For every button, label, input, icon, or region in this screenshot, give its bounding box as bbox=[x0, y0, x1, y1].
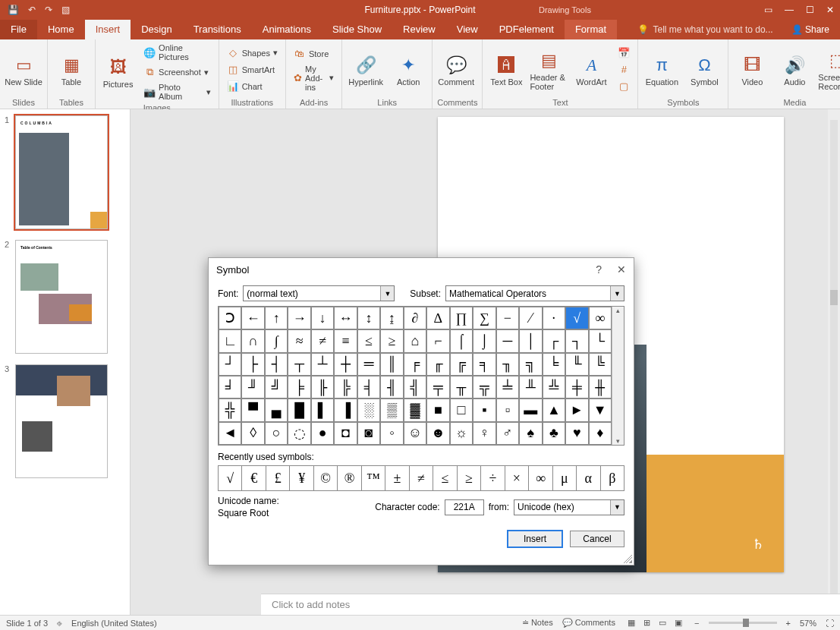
tab-pdfelement[interactable]: PDFelement bbox=[489, 20, 565, 39]
photo-album-button[interactable]: 📷Photo Album ▾ bbox=[140, 82, 214, 102]
symbol-cell[interactable]: ↑ bbox=[265, 307, 288, 329]
comments-toggle[interactable]: 💬 Comments bbox=[562, 618, 615, 628]
symbol-cell[interactable]: ◄ bbox=[219, 422, 241, 445]
symbol-cell[interactable]: ▄ bbox=[265, 398, 288, 421]
recent-symbol-cell[interactable]: ® bbox=[338, 466, 361, 490]
symbol-cell[interactable]: ╗ bbox=[519, 353, 542, 376]
date-time-button[interactable]: 📅 bbox=[615, 46, 633, 60]
recent-symbol-cell[interactable]: μ bbox=[553, 466, 577, 490]
screen-recording-button[interactable]: ⬚Screen Recording bbox=[818, 43, 840, 96]
symbol-cell[interactable]: − bbox=[496, 307, 519, 329]
tell-me-search[interactable]: 💡Tell me what you want to do... bbox=[637, 24, 781, 35]
tab-format[interactable]: Format bbox=[565, 20, 617, 39]
thumbnail-3[interactable]: 3 bbox=[5, 364, 125, 478]
recent-symbol-cell[interactable]: ≠ bbox=[410, 466, 433, 490]
symbol-cell[interactable]: ║ bbox=[380, 353, 403, 376]
shapes-button[interactable]: ◇Shapes ▾ bbox=[224, 46, 281, 60]
symbol-cell[interactable]: ╩ bbox=[543, 376, 565, 398]
reading-view-icon[interactable]: ▭ bbox=[659, 618, 666, 627]
recent-symbol-cell[interactable]: ™ bbox=[362, 466, 385, 490]
audio-button[interactable]: 🔊Audio bbox=[776, 43, 813, 96]
recent-symbol-cell[interactable]: € bbox=[242, 466, 266, 490]
symbol-cell[interactable]: ↔ bbox=[334, 307, 357, 329]
symbol-cell[interactable]: ∩ bbox=[241, 329, 264, 352]
symbol-cell[interactable]: ⌡ bbox=[473, 329, 496, 352]
symbol-cell[interactable]: ♥ bbox=[565, 422, 588, 445]
recent-symbol-cell[interactable]: ± bbox=[385, 466, 409, 490]
recent-symbol-cell[interactable]: √ bbox=[219, 466, 242, 490]
symbol-cell[interactable]: ╢ bbox=[380, 376, 403, 398]
symbol-cell[interactable]: ← bbox=[241, 307, 264, 329]
zoom-slider[interactable] bbox=[709, 622, 777, 624]
symbol-cell[interactable]: ╛ bbox=[219, 376, 241, 398]
symbol-cell[interactable]: ♠ bbox=[519, 422, 542, 445]
symbol-cell[interactable]: ≈ bbox=[288, 329, 310, 352]
symbol-cell[interactable]: ╥ bbox=[450, 376, 473, 398]
symbol-cell[interactable]: → bbox=[288, 307, 310, 329]
symbol-cell[interactable]: ┬ bbox=[288, 353, 310, 376]
symbol-cell[interactable]: ┐ bbox=[565, 329, 588, 352]
symbol-cell[interactable]: ◦ bbox=[380, 422, 403, 445]
symbol-cell[interactable]: ┴ bbox=[311, 353, 334, 376]
recent-symbol-cell[interactable]: £ bbox=[266, 466, 290, 490]
symbol-cell[interactable]: ∏ bbox=[450, 307, 473, 329]
symbol-cell[interactable]: ╤ bbox=[426, 376, 449, 398]
slide-counter[interactable]: Slide 1 of 3 bbox=[6, 619, 48, 628]
scroll-thumb[interactable] bbox=[830, 290, 838, 305]
symbol-cell[interactable]: ┌ bbox=[543, 329, 565, 352]
symbol-cell[interactable]: ╫ bbox=[589, 376, 612, 398]
symbol-cell[interactable]: ╚ bbox=[589, 353, 612, 376]
symbol-cell[interactable]: ♣ bbox=[543, 422, 565, 445]
smartart-button[interactable]: ◫SmartArt bbox=[224, 63, 281, 77]
symbol-cell[interactable]: ▐ bbox=[334, 398, 357, 421]
resize-handle[interactable] bbox=[623, 554, 632, 563]
symbol-cell[interactable]: ▌ bbox=[311, 398, 334, 421]
dialog-close-icon[interactable]: ✕ bbox=[617, 263, 626, 276]
symbol-cell[interactable]: ☺ bbox=[404, 422, 426, 445]
video-button[interactable]: 🎞Video bbox=[733, 43, 771, 96]
symbol-cell[interactable]: ╧ bbox=[496, 376, 519, 398]
start-slideshow-icon[interactable]: ▧ bbox=[61, 5, 70, 15]
chart-button[interactable]: 📊Chart bbox=[224, 80, 281, 93]
notes-pane[interactable]: Click to add notes bbox=[261, 594, 840, 615]
my-addins-button[interactable]: ✿My Add-ins ▾ bbox=[291, 64, 337, 93]
dialog-help-icon[interactable]: ? bbox=[596, 263, 602, 276]
zoom-in-icon[interactable]: + bbox=[786, 619, 791, 628]
sorter-view-icon[interactable]: ⊞ bbox=[643, 618, 650, 627]
symbol-cell[interactable]: ╨ bbox=[519, 376, 542, 398]
symbol-cell[interactable]: ╪ bbox=[565, 376, 588, 398]
symbol-cell[interactable]: ■ bbox=[426, 398, 449, 421]
symbol-cell[interactable]: ∫ bbox=[265, 329, 288, 352]
symbol-cell[interactable]: ▒ bbox=[380, 398, 403, 421]
symbol-cell[interactable]: ▪ bbox=[473, 398, 496, 421]
symbol-cell[interactable]: ╣ bbox=[404, 376, 426, 398]
grid-scrollbar[interactable]: ▴▾ bbox=[612, 307, 624, 445]
symbol-cell[interactable]: ≤ bbox=[357, 329, 380, 352]
symbol-cell[interactable]: ▀ bbox=[241, 398, 264, 421]
charcode-input[interactable] bbox=[445, 499, 484, 515]
thumbnail-1[interactable]: 1 COLUMBIA bbox=[5, 115, 125, 229]
symbol-cell[interactable]: ○ bbox=[265, 422, 288, 445]
symbol-button[interactable]: ΩSymbol bbox=[685, 43, 723, 96]
wordart-button[interactable]: AWordArt bbox=[572, 43, 610, 96]
symbol-cell[interactable]: ═ bbox=[357, 353, 380, 376]
close-icon[interactable]: ✕ bbox=[826, 5, 834, 15]
symbol-cell[interactable]: ⌐ bbox=[426, 329, 449, 352]
symbol-cell[interactable]: ╡ bbox=[357, 376, 380, 398]
pictures-button[interactable]: 🖼Pictures bbox=[100, 43, 136, 102]
symbol-cell[interactable]: ╙ bbox=[565, 353, 588, 376]
recent-symbol-cell[interactable]: ¥ bbox=[290, 466, 313, 490]
symbol-cell[interactable]: ↕ bbox=[357, 307, 380, 329]
symbol-cell[interactable]: ↨ bbox=[380, 307, 403, 329]
symbol-cell[interactable]: ▲ bbox=[543, 398, 565, 421]
slide-number-button[interactable]: # bbox=[615, 63, 633, 77]
recent-symbol-cell[interactable]: © bbox=[314, 466, 338, 490]
symbol-cell[interactable]: ∞ bbox=[589, 307, 612, 329]
tab-slideshow[interactable]: Slide Show bbox=[322, 20, 392, 39]
symbol-cell[interactable]: ☻ bbox=[426, 422, 449, 445]
symbol-cell[interactable]: █ bbox=[288, 398, 310, 421]
store-button[interactable]: 🛍Store bbox=[291, 47, 337, 61]
symbol-cell[interactable]: ╒ bbox=[404, 353, 426, 376]
online-pictures-button[interactable]: 🌐Online Pictures bbox=[140, 43, 214, 62]
zoom-out-icon[interactable]: − bbox=[694, 619, 699, 628]
